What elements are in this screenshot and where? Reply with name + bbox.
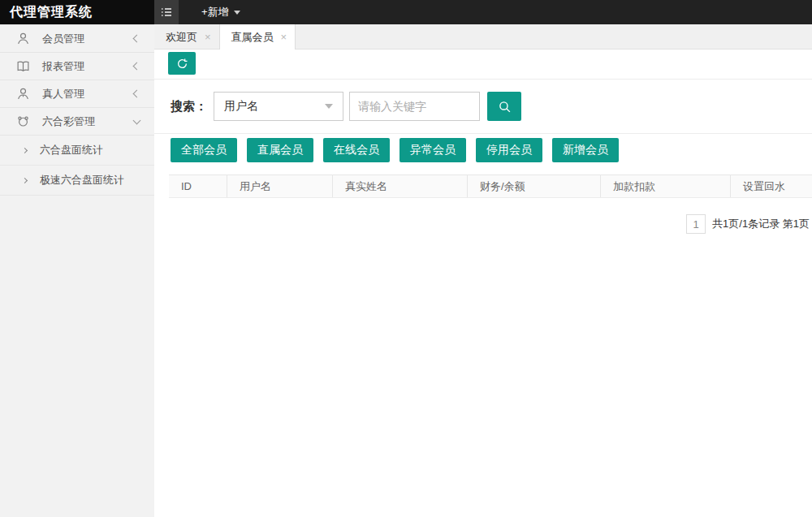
sidebar-item-lottery-management[interactable]: 六合彩管理 [0,108,154,136]
sidebar-subitem-lottery-board-stats[interactable]: 六合盘面统计 [0,136,154,166]
sidebar-subitem-fast-lottery-board-stats[interactable]: 极速六合盘面统计 [0,166,154,196]
tab-direct-members[interactable]: 直属会员 × [220,24,296,50]
content-panel: 搜索： 用户名 全部会员 直属会员 在线会员 [154,50,812,517]
top-header: 代理管理系统 +新增 [0,0,812,24]
chevron-left-icon [133,35,141,43]
search-field-selected-value: 用户名 [224,99,258,114]
close-icon[interactable]: × [205,31,211,43]
chevron-right-icon [22,177,28,183]
sidebar-item-label: 会员管理 [42,32,134,46]
toolbar [154,50,812,79]
chevron-down-icon [325,104,333,109]
column-header-add-deduct: 加款扣款 [601,175,731,197]
column-header-realname: 真实姓名 [333,175,468,197]
search-field-select[interactable]: 用户名 [214,92,343,121]
all-members-button[interactable]: 全部会员 [171,138,237,162]
sidebar-item-report-management[interactable]: 报表管理 [0,53,154,80]
caret-down-icon [234,11,240,15]
person-icon [16,87,30,101]
user-icon [16,32,30,45]
page-number-button[interactable]: 1 [686,214,706,234]
disabled-members-button[interactable]: 停用会员 [476,138,542,162]
chevron-left-icon [133,90,141,98]
search-label: 搜索： [171,99,207,114]
column-header-rebate-setting: 设置回水 [731,175,812,197]
refresh-icon [176,58,188,70]
abnormal-members-button[interactable]: 异常会员 [400,138,466,162]
sidebar-subitem-label: 六合盘面统计 [40,143,103,157]
keyword-input[interactable] [349,92,480,121]
column-header-finance-balance: 财务/余额 [468,175,601,197]
tab-welcome[interactable]: 欢迎页 × [154,24,220,50]
ball-icon [16,114,30,128]
search-button[interactable] [487,92,521,121]
search-bar: 搜索： 用户名 [154,80,812,133]
pagination-summary: 共1页/1条记录 第1页 [712,217,810,231]
hamburger-icon [160,6,173,19]
close-icon[interactable]: × [281,31,287,43]
add-new-label: +新增 [201,5,229,19]
add-new-dropdown[interactable]: +新增 [201,0,240,24]
sidebar: 会员管理 报表管理 真人管理 [0,24,154,517]
members-table-header: ID 用户名 真实姓名 财务/余额 加款扣款 设置回水 [169,174,812,198]
sidebar-item-label: 真人管理 [42,87,134,101]
book-icon [16,59,30,73]
sidebar-item-member-management[interactable]: 会员管理 [0,25,154,53]
chevron-right-icon [22,147,28,153]
add-member-button[interactable]: 新增会员 [552,138,619,162]
chevron-left-icon [133,62,141,71]
hamburger-menu-button[interactable] [154,0,179,24]
sidebar-subitem-label: 极速六合盘面统计 [40,173,124,187]
refresh-button[interactable] [168,52,196,75]
direct-members-button[interactable]: 直属会员 [247,138,313,162]
magnifier-icon [498,100,512,114]
online-members-button[interactable]: 在线会员 [323,138,390,162]
chevron-down-icon [133,116,141,124]
app-title: 代理管理系统 [0,0,154,24]
sidebar-item-label: 六合彩管理 [42,114,134,129]
sidebar-item-label: 报表管理 [42,59,134,74]
tab-label: 直属会员 [231,30,274,45]
column-header-username: 用户名 [227,175,333,197]
tab-label: 欢迎页 [166,30,197,45]
pagination: 1 共1页/1条记录 第1页 [154,214,812,234]
sidebar-item-live-management[interactable]: 真人管理 [0,80,154,108]
column-header-id: ID [169,175,227,197]
member-filter-buttons: 全部会员 直属会员 在线会员 异常会员 停用会员 新增会员 [154,134,812,162]
tab-bar: 欢迎页 × 直属会员 × [154,24,812,50]
